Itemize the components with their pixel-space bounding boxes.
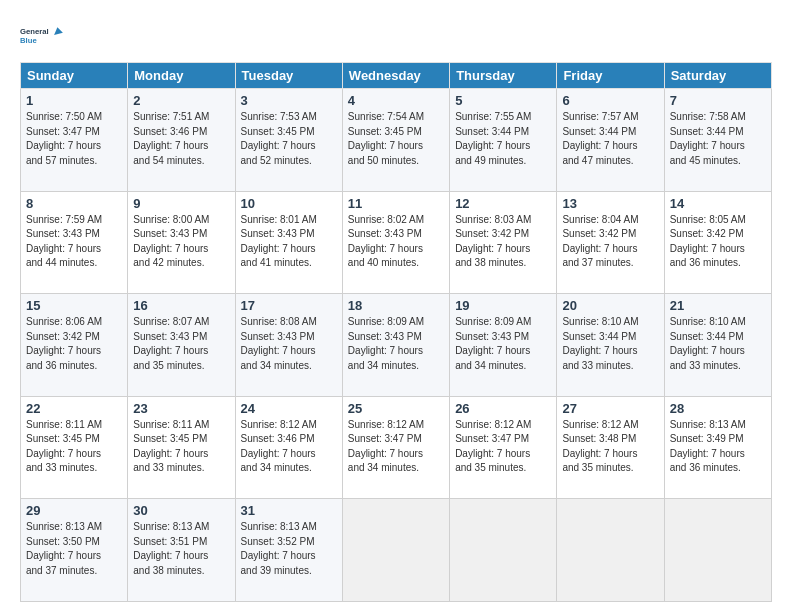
sunrise-text: Sunrise: 8:02 AM (348, 213, 444, 228)
day-number: 15 (26, 298, 122, 313)
day-info: Sunrise: 8:13 AMSunset: 3:52 PMDaylight:… (241, 520, 337, 578)
header-day-wednesday: Wednesday (342, 63, 449, 89)
day-info: Sunrise: 8:08 AMSunset: 3:43 PMDaylight:… (241, 315, 337, 373)
sunset-text: Sunset: 3:47 PM (348, 432, 444, 447)
day-number: 21 (670, 298, 766, 313)
day-number: 16 (133, 298, 229, 313)
calendar-cell-day-14: 14Sunrise: 8:05 AMSunset: 3:42 PMDayligh… (664, 191, 771, 294)
day-number: 13 (562, 196, 658, 211)
calendar-cell-empty (664, 499, 771, 602)
header-day-saturday: Saturday (664, 63, 771, 89)
sunset-text: Sunset: 3:44 PM (562, 125, 658, 140)
daylight-text: Daylight: 7 hours and 52 minutes. (241, 139, 337, 168)
calendar-cell-day-31: 31Sunrise: 8:13 AMSunset: 3:52 PMDayligh… (235, 499, 342, 602)
day-info: Sunrise: 8:13 AMSunset: 3:51 PMDaylight:… (133, 520, 229, 578)
sunset-text: Sunset: 3:45 PM (26, 432, 122, 447)
calendar-cell-day-13: 13Sunrise: 8:04 AMSunset: 3:42 PMDayligh… (557, 191, 664, 294)
calendar-cell-day-6: 6Sunrise: 7:57 AMSunset: 3:44 PMDaylight… (557, 89, 664, 192)
calendar-cell-day-1: 1Sunrise: 7:50 AMSunset: 3:47 PMDaylight… (21, 89, 128, 192)
sunrise-text: Sunrise: 8:10 AM (670, 315, 766, 330)
sunset-text: Sunset: 3:43 PM (133, 227, 229, 242)
sunset-text: Sunset: 3:45 PM (241, 125, 337, 140)
sunrise-text: Sunrise: 8:13 AM (133, 520, 229, 535)
day-number: 3 (241, 93, 337, 108)
calendar-cell-day-9: 9Sunrise: 8:00 AMSunset: 3:43 PMDaylight… (128, 191, 235, 294)
calendar-cell-day-23: 23Sunrise: 8:11 AMSunset: 3:45 PMDayligh… (128, 396, 235, 499)
sunset-text: Sunset: 3:46 PM (241, 432, 337, 447)
day-info: Sunrise: 8:09 AMSunset: 3:43 PMDaylight:… (348, 315, 444, 373)
day-number: 8 (26, 196, 122, 211)
logo: General Blue (20, 18, 64, 54)
sunset-text: Sunset: 3:45 PM (133, 432, 229, 447)
daylight-text: Daylight: 7 hours and 54 minutes. (133, 139, 229, 168)
daylight-text: Daylight: 7 hours and 34 minutes. (241, 447, 337, 476)
day-number: 29 (26, 503, 122, 518)
day-info: Sunrise: 8:12 AMSunset: 3:47 PMDaylight:… (455, 418, 551, 476)
sunset-text: Sunset: 3:43 PM (348, 330, 444, 345)
day-info: Sunrise: 8:12 AMSunset: 3:48 PMDaylight:… (562, 418, 658, 476)
calendar-cell-day-5: 5Sunrise: 7:55 AMSunset: 3:44 PMDaylight… (450, 89, 557, 192)
calendar-cell-empty (450, 499, 557, 602)
calendar-cell-day-24: 24Sunrise: 8:12 AMSunset: 3:46 PMDayligh… (235, 396, 342, 499)
day-info: Sunrise: 7:58 AMSunset: 3:44 PMDaylight:… (670, 110, 766, 168)
sunrise-text: Sunrise: 8:13 AM (670, 418, 766, 433)
header-day-friday: Friday (557, 63, 664, 89)
sunset-text: Sunset: 3:44 PM (562, 330, 658, 345)
day-info: Sunrise: 7:57 AMSunset: 3:44 PMDaylight:… (562, 110, 658, 168)
sunrise-text: Sunrise: 8:12 AM (241, 418, 337, 433)
day-info: Sunrise: 8:10 AMSunset: 3:44 PMDaylight:… (562, 315, 658, 373)
sunset-text: Sunset: 3:43 PM (241, 330, 337, 345)
day-info: Sunrise: 8:09 AMSunset: 3:43 PMDaylight:… (455, 315, 551, 373)
day-info: Sunrise: 8:12 AMSunset: 3:46 PMDaylight:… (241, 418, 337, 476)
day-info: Sunrise: 8:00 AMSunset: 3:43 PMDaylight:… (133, 213, 229, 271)
daylight-text: Daylight: 7 hours and 44 minutes. (26, 242, 122, 271)
day-number: 7 (670, 93, 766, 108)
sunrise-text: Sunrise: 7:59 AM (26, 213, 122, 228)
calendar-cell-day-29: 29Sunrise: 8:13 AMSunset: 3:50 PMDayligh… (21, 499, 128, 602)
sunset-text: Sunset: 3:47 PM (455, 432, 551, 447)
day-number: 24 (241, 401, 337, 416)
calendar-cell-day-25: 25Sunrise: 8:12 AMSunset: 3:47 PMDayligh… (342, 396, 449, 499)
sunrise-text: Sunrise: 8:11 AM (26, 418, 122, 433)
sunrise-text: Sunrise: 7:51 AM (133, 110, 229, 125)
day-info: Sunrise: 8:12 AMSunset: 3:47 PMDaylight:… (348, 418, 444, 476)
daylight-text: Daylight: 7 hours and 36 minutes. (670, 242, 766, 271)
daylight-text: Daylight: 7 hours and 33 minutes. (562, 344, 658, 373)
calendar-body: 1Sunrise: 7:50 AMSunset: 3:47 PMDaylight… (21, 89, 772, 602)
day-info: Sunrise: 8:07 AMSunset: 3:43 PMDaylight:… (133, 315, 229, 373)
daylight-text: Daylight: 7 hours and 35 minutes. (562, 447, 658, 476)
sunset-text: Sunset: 3:43 PM (26, 227, 122, 242)
calendar-row-1: 8Sunrise: 7:59 AMSunset: 3:43 PMDaylight… (21, 191, 772, 294)
sunset-text: Sunset: 3:46 PM (133, 125, 229, 140)
day-number: 26 (455, 401, 551, 416)
day-number: 25 (348, 401, 444, 416)
day-number: 12 (455, 196, 551, 211)
day-info: Sunrise: 8:13 AMSunset: 3:49 PMDaylight:… (670, 418, 766, 476)
daylight-text: Daylight: 7 hours and 34 minutes. (241, 344, 337, 373)
day-info: Sunrise: 8:05 AMSunset: 3:42 PMDaylight:… (670, 213, 766, 271)
header-row: SundayMondayTuesdayWednesdayThursdayFrid… (21, 63, 772, 89)
daylight-text: Daylight: 7 hours and 34 minutes. (348, 344, 444, 373)
calendar-cell-day-2: 2Sunrise: 7:51 AMSunset: 3:46 PMDaylight… (128, 89, 235, 192)
daylight-text: Daylight: 7 hours and 38 minutes. (455, 242, 551, 271)
calendar-cell-day-30: 30Sunrise: 8:13 AMSunset: 3:51 PMDayligh… (128, 499, 235, 602)
sunrise-text: Sunrise: 8:05 AM (670, 213, 766, 228)
sunrise-text: Sunrise: 7:50 AM (26, 110, 122, 125)
daylight-text: Daylight: 7 hours and 38 minutes. (133, 549, 229, 578)
sunset-text: Sunset: 3:50 PM (26, 535, 122, 550)
sunset-text: Sunset: 3:42 PM (562, 227, 658, 242)
sunrise-text: Sunrise: 8:07 AM (133, 315, 229, 330)
day-info: Sunrise: 7:59 AMSunset: 3:43 PMDaylight:… (26, 213, 122, 271)
day-info: Sunrise: 7:55 AMSunset: 3:44 PMDaylight:… (455, 110, 551, 168)
day-number: 19 (455, 298, 551, 313)
calendar-cell-day-12: 12Sunrise: 8:03 AMSunset: 3:42 PMDayligh… (450, 191, 557, 294)
sunset-text: Sunset: 3:43 PM (133, 330, 229, 345)
sunrise-text: Sunrise: 8:12 AM (455, 418, 551, 433)
daylight-text: Daylight: 7 hours and 36 minutes. (26, 344, 122, 373)
sunset-text: Sunset: 3:42 PM (26, 330, 122, 345)
day-info: Sunrise: 8:13 AMSunset: 3:50 PMDaylight:… (26, 520, 122, 578)
calendar-cell-day-20: 20Sunrise: 8:10 AMSunset: 3:44 PMDayligh… (557, 294, 664, 397)
daylight-text: Daylight: 7 hours and 36 minutes. (670, 447, 766, 476)
calendar-cell-day-18: 18Sunrise: 8:09 AMSunset: 3:43 PMDayligh… (342, 294, 449, 397)
daylight-text: Daylight: 7 hours and 49 minutes. (455, 139, 551, 168)
